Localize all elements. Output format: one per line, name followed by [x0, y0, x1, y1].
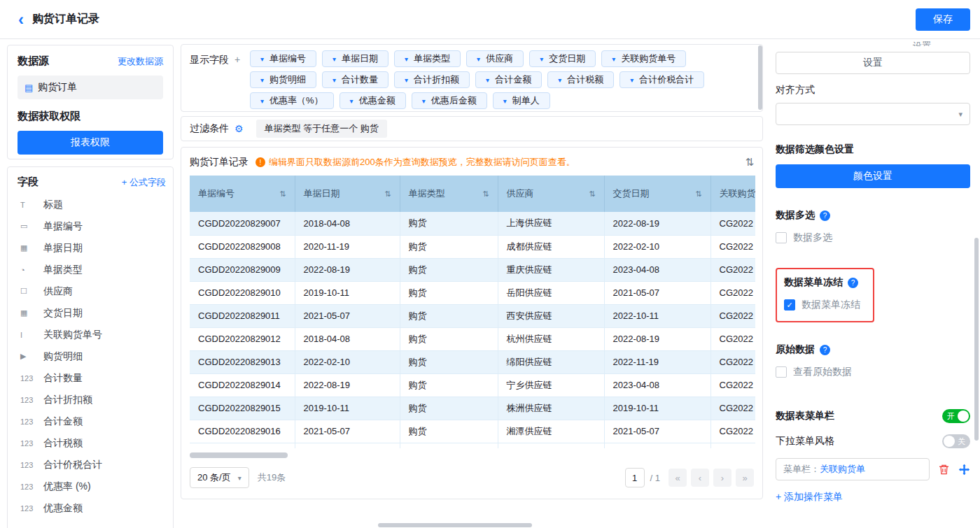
- chevron-down-icon: ▾: [405, 76, 408, 84]
- multi-select-checkbox[interactable]: [776, 232, 787, 243]
- field-item[interactable]: I 关联购货单号: [18, 324, 166, 345]
- column-sort-icon[interactable]: ⇅: [279, 190, 286, 199]
- question-icon[interactable]: ?: [820, 345, 830, 355]
- datasource-item[interactable]: ▤ 购货订单: [18, 76, 163, 99]
- field-item[interactable]: 123 合计数量: [18, 367, 166, 389]
- field-item[interactable]: 123 优惠金额: [18, 497, 166, 519]
- display-field-chip[interactable]: ▾ 单据类型: [394, 50, 461, 67]
- column-header[interactable]: 供应商 ⇅: [498, 176, 604, 212]
- column-header[interactable]: 关联购货 ⇅: [710, 176, 755, 212]
- column-sort-icon[interactable]: ⇅: [384, 190, 391, 199]
- field-item[interactable]: ▦ 单据日期: [18, 237, 166, 259]
- field-item[interactable]: 123 合计价税合计: [18, 454, 166, 476]
- add-formula-field-link[interactable]: + 公式字段: [122, 176, 166, 189]
- page-number-input[interactable]: 1: [625, 468, 645, 487]
- cell-supplier: 湘潭供应链: [498, 420, 604, 443]
- move-icon[interactable]: [958, 464, 970, 476]
- table-row: CGDD20220829012 2018-04-08 购货 杭州供应链 2022…: [190, 327, 755, 350]
- field-item[interactable]: 123 合计税额: [18, 432, 166, 454]
- filter-condition-chip[interactable]: 单据类型 等于任意一个 购货: [256, 120, 387, 138]
- display-field-chip[interactable]: ▾ 交货日期: [529, 50, 596, 67]
- field-item[interactable]: ◔ 单据类型: [18, 259, 166, 280]
- middle-vertical-scrollbar[interactable]: [758, 45, 762, 110]
- field-item[interactable]: ▶ 购货明细: [18, 345, 166, 367]
- report-permission-button[interactable]: 报表权限: [18, 131, 163, 155]
- first-page-button[interactable]: «: [668, 469, 687, 487]
- field-item[interactable]: ▭ 单据编号: [18, 215, 166, 237]
- display-field-chip[interactable]: ▾ 购货明细: [250, 71, 316, 88]
- display-field-chip[interactable]: ▾ 优惠金额: [340, 92, 406, 109]
- field-item[interactable]: T 标题: [18, 194, 166, 215]
- back-icon[interactable]: ‹: [18, 11, 24, 28]
- display-field-chip[interactable]: ▾ 合计税额: [547, 71, 614, 88]
- multi-select-checkbox-row[interactable]: 数据多选: [776, 231, 970, 244]
- table-menubar-toggle[interactable]: 开: [942, 409, 970, 423]
- field-item[interactable]: 123 合计金额: [18, 411, 166, 432]
- save-button[interactable]: 保存: [916, 8, 970, 31]
- cell-doc-number: CGDD20220829011: [190, 304, 295, 327]
- display-field-chip[interactable]: ▾ 优惠率（%）: [250, 92, 334, 109]
- column-sort-icon[interactable]: ⇅: [482, 190, 489, 199]
- display-field-chip[interactable]: ▾ 单据编号: [250, 50, 316, 67]
- horizontal-scrollbar[interactable]: [190, 452, 288, 458]
- last-page-button[interactable]: »: [736, 469, 754, 487]
- display-field-chip[interactable]: ▾ 单据日期: [322, 50, 388, 67]
- display-field-chip[interactable]: ▾ 合计价税合计: [620, 71, 704, 88]
- total-count: 共19条: [258, 471, 286, 484]
- column-sort-icon[interactable]: ⇅: [589, 190, 595, 199]
- color-settings-button[interactable]: 颜色设置: [776, 164, 970, 188]
- bottom-horizontal-scrollbar[interactable]: [378, 523, 532, 527]
- field-label: 优惠金额: [43, 502, 83, 515]
- delete-menu-button[interactable]: [938, 464, 950, 476]
- display-field-chip[interactable]: ▾ 制单人: [493, 92, 550, 109]
- field-item[interactable]: ☐ 供应商: [18, 280, 166, 302]
- field-item[interactable]: 123 优惠率 (%): [18, 476, 166, 497]
- raw-data-checkbox-row[interactable]: 查看原始数据: [776, 366, 970, 378]
- display-field-chip[interactable]: ▾ 关联购货单号: [601, 50, 686, 67]
- display-field-chip[interactable]: ▾ 合计金额: [475, 71, 542, 88]
- menu-freeze-checkbox[interactable]: ✓: [784, 299, 795, 311]
- column-header[interactable]: 单据编号 ⇅: [190, 176, 295, 212]
- menu-freeze-checkbox-row[interactable]: ✓ 数据菜单冻结: [784, 299, 860, 311]
- field-type-icon: 123: [20, 439, 37, 448]
- chip-label: 优惠金额: [359, 94, 396, 107]
- column-header[interactable]: 交货日期 ⇅: [604, 176, 710, 212]
- align-select[interactable]: ▾: [776, 103, 970, 125]
- field-item[interactable]: ▦ 交货日期: [18, 302, 166, 324]
- change-datasource-link[interactable]: 更改数据源: [118, 55, 163, 68]
- page-size-select[interactable]: 20 条/页 ▾: [190, 467, 249, 488]
- gear-icon[interactable]: ⚙: [234, 123, 244, 134]
- cell-delivery-date: 2022-08-19: [604, 327, 710, 350]
- menubar-item[interactable]: 菜单栏： 关联购货单: [776, 458, 930, 480]
- table-row: CGDD20220829011 2021-05-07 购货 西安供应链 2022…: [190, 304, 755, 327]
- freeze-highlight-box: 数据菜单冻结 ? ✓ 数据菜单冻结: [776, 268, 874, 322]
- question-icon[interactable]: ?: [848, 278, 858, 288]
- display-field-chip[interactable]: ▾ 供应商: [466, 50, 524, 67]
- display-field-chip[interactable]: ▾ 合计折扣额: [394, 71, 470, 88]
- cell-related-order: CG2022: [710, 235, 755, 258]
- datasource-title: 数据源: [18, 55, 49, 68]
- next-page-button[interactable]: ›: [713, 469, 732, 487]
- add-action-menu-link[interactable]: + 添加操作菜单: [776, 491, 970, 504]
- display-fields-title: 显示字段+: [190, 50, 250, 106]
- display-field-chip[interactable]: ▾ 合计数量: [322, 71, 388, 88]
- display-field-chip[interactable]: ▾ 优惠后金额: [412, 92, 487, 109]
- field-type-icon: T: [20, 201, 37, 209]
- dropdown-style-toggle[interactable]: 关: [942, 434, 970, 448]
- question-icon[interactable]: ?: [820, 211, 830, 221]
- field-item[interactable]: 123 合计折扣额: [18, 389, 166, 411]
- column-header[interactable]: 单据日期 ⇅: [295, 176, 400, 212]
- raw-data-checkbox[interactable]: [776, 366, 787, 378]
- chevron-down-icon: ▾: [350, 97, 354, 105]
- right-vertical-scrollbar[interactable]: [974, 238, 979, 441]
- add-display-field-icon[interactable]: +: [234, 54, 240, 65]
- prev-page-button[interactable]: ‹: [691, 469, 709, 487]
- cell-delivery-date: 2021-05-07: [604, 420, 710, 443]
- table-sort-icon[interactable]: ⇅: [745, 156, 754, 169]
- field-type-icon: ▦: [20, 243, 37, 252]
- column-sort-icon[interactable]: ⇅: [695, 190, 701, 199]
- cell-delivery-date: 2022-08-19: [604, 212, 710, 235]
- settings-button[interactable]: 设置: [776, 52, 970, 74]
- datasource-panel: 数据源 更改数据源 ▤ 购货订单 数据获取权限 报表权限: [7, 45, 174, 159]
- column-header[interactable]: 单据类型 ⇅: [400, 176, 498, 212]
